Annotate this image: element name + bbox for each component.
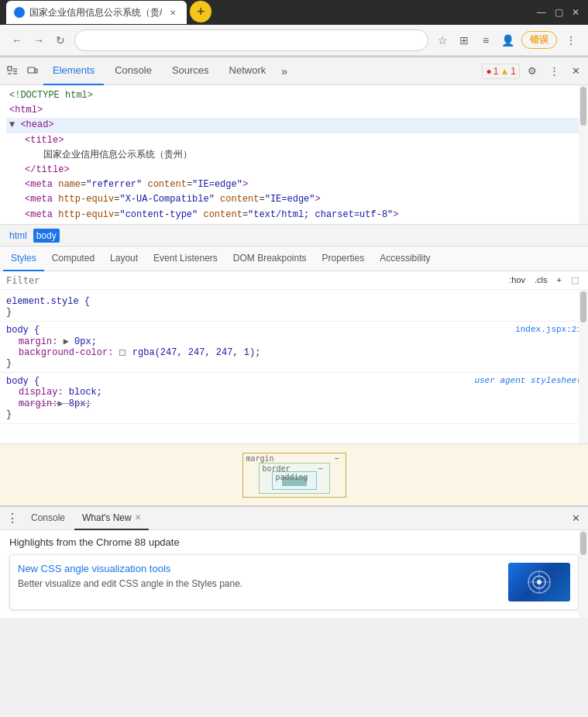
breadcrumb: html body (0, 225, 588, 246)
star-icon[interactable]: ☆ (435, 33, 450, 48)
browser-tab[interactable]: 国家企业信用信息公示系统（贵/ ✕ (6, 1, 187, 24)
css-source-link[interactable]: index.jspx:21 (515, 325, 582, 334)
browser-menu-icon[interactable]: ⋮ (563, 33, 579, 48)
more-tabs-button[interactable]: » (277, 64, 292, 79)
breadcrumb-html[interactable]: html (6, 229, 30, 243)
css-rule-body-2: body { user agent stylesheet display: bl… (0, 373, 588, 424)
expand-rules-button[interactable]: ⬚ (568, 274, 582, 286)
hov-filter-button[interactable]: :hov (506, 274, 528, 286)
news-card-link[interactable]: New CSS angle visualization tools (18, 563, 500, 574)
tab-properties[interactable]: Properties (315, 246, 373, 271)
cls-filter-button[interactable]: .cls (531, 274, 551, 286)
svg-rect-6 (35, 69, 37, 73)
forward-icon[interactable]: → (31, 33, 46, 48)
back-icon[interactable]: ← (9, 33, 25, 48)
bottom-tabbar: ⋮ Console What's New ✕ ✕ (0, 507, 588, 530)
box-padding: padding (272, 471, 317, 490)
inspect-element-button[interactable] (3, 62, 22, 81)
tab-network[interactable]: Network (220, 57, 276, 85)
breadcrumb-body[interactable]: body (33, 229, 60, 243)
svg-point-11 (537, 580, 542, 584)
bottom-panel-close-button[interactable]: ✕ (566, 509, 585, 528)
svg-rect-5 (28, 67, 35, 73)
css-rule-element-style: element.style { } (0, 293, 588, 322)
box-margin: margin − border − padding (242, 453, 346, 498)
menu-icon[interactable]: ≡ (478, 33, 493, 48)
bottom-scrollbar[interactable] (579, 530, 588, 618)
bottom-content: Highlights from the Chrome 88 update New… (0, 530, 588, 618)
devtools-panel: Elements Console Sources Network » ● 1 ▲… (0, 56, 588, 505)
new-tab-button[interactable]: + (190, 1, 211, 22)
styles-panel: Styles Computed Layout Event Listeners D… (0, 246, 588, 505)
error-icon: ● (486, 66, 491, 77)
dom-line: <meta http-equiv="X-UA-Compatible" conte… (6, 192, 582, 207)
error-badge[interactable]: 错误 (521, 31, 557, 49)
tab-whats-new[interactable]: What's New ✕ (74, 507, 149, 530)
window-controls: — ▢ ✕ (535, 6, 582, 19)
warn-icon: ▲ (500, 66, 509, 77)
close-button[interactable]: ✕ (569, 6, 582, 19)
dom-scrollbar[interactable] (579, 85, 588, 224)
devtools-close-button[interactable]: ✕ (566, 62, 585, 81)
filter-actions: :hov .cls + ⬚ (506, 274, 582, 286)
tab-title: 国家企业信用信息公示系统（贵/ (29, 6, 162, 19)
tab-favicon (14, 7, 25, 18)
css-scrollbar[interactable] (579, 290, 588, 443)
css-scrollbar-thumb[interactable] (580, 291, 586, 322)
padding-label: padding (276, 473, 308, 481)
tab-dom-breakpoints[interactable]: DOM Breakpoints (225, 246, 315, 271)
margin-label: margin (246, 454, 274, 463)
border-value: − (318, 464, 322, 473)
dom-line: <html> (6, 103, 582, 118)
dom-scrollbar-thumb[interactable] (580, 87, 586, 126)
filter-input[interactable] (6, 275, 501, 286)
extensions-icon[interactable]: ⊞ (456, 33, 472, 48)
address-bar: ← → ↻ ☆ ⊞ ≡ 👤 错误 ⋮ (0, 25, 588, 56)
news-card-description: Better visualize and edit CSS angle in t… (18, 578, 242, 589)
tab-elements[interactable]: Elements (43, 57, 104, 85)
dom-line: <meta http-equiv="content-type" content=… (6, 208, 582, 222)
add-style-button[interactable]: + (554, 274, 565, 286)
refresh-icon[interactable]: ↻ (53, 33, 68, 48)
tab-computed[interactable]: Computed (44, 246, 102, 271)
css-source-ua: user agent stylesheet (474, 376, 582, 385)
dom-line: 国家企业信用信息公示系统（贵州） (6, 148, 582, 163)
filter-bar: :hov .cls + ⬚ (0, 271, 588, 290)
tab-event-listeners[interactable]: Event Listeners (146, 246, 225, 271)
device-toggle-button[interactable] (23, 62, 42, 81)
dom-line: ▼ <head> (6, 118, 582, 133)
user-icon[interactable]: 👤 (500, 33, 515, 48)
news-card-thumbnail (508, 563, 570, 602)
error-count-badge[interactable]: ● 1 ▲ 1 (482, 64, 520, 79)
bottom-panel: ⋮ Console What's New ✕ ✕ Highlights from… (0, 505, 588, 618)
dom-line: </title> (6, 163, 582, 178)
devtools-more-button[interactable]: ⋮ (545, 62, 563, 81)
devtools-settings-button[interactable]: ⚙ (523, 62, 542, 81)
bottom-scrollbar-thumb[interactable] (580, 532, 586, 555)
svg-rect-0 (8, 67, 12, 71)
styles-tabbar: Styles Computed Layout Event Listeners D… (0, 246, 588, 271)
devtools-tabbar: Elements Console Sources Network » ● 1 ▲… (0, 57, 588, 85)
bottom-panel-menu[interactable]: ⋮ (3, 509, 22, 528)
titlebar: 国家企业信用信息公示系统（贵/ ✕ + — ▢ ✕ (0, 0, 588, 25)
minimize-button[interactable]: — (535, 6, 548, 19)
maximize-button[interactable]: ▢ (552, 6, 565, 19)
tab-console[interactable]: Console (105, 57, 161, 85)
news-card: New CSS angle visualization tools Better… (9, 554, 579, 610)
tab-styles[interactable]: Styles (3, 246, 44, 271)
url-input[interactable] (74, 29, 428, 51)
tab-accessibility[interactable]: Accessibility (372, 246, 438, 271)
box-border: border − padding (259, 463, 330, 494)
dom-panel[interactable]: <!DOCTYPE html> <html> ▼ <head> <title> … (0, 85, 588, 225)
tab-sources[interactable]: Sources (163, 57, 218, 85)
whats-new-close-icon[interactable]: ✕ (135, 513, 141, 522)
dom-line: <title> (6, 133, 582, 148)
color-swatch (119, 350, 126, 356)
dom-line: <!DOCTYPE html> (6, 88, 582, 103)
tab-close-icon[interactable]: ✕ (167, 6, 179, 19)
devtools-topbar-right: ● 1 ▲ 1 ⚙ ⋮ ✕ (482, 62, 585, 81)
css-rules[interactable]: element.style { } body { index.jspx:21 m… (0, 290, 588, 443)
tab-layout[interactable]: Layout (102, 246, 146, 271)
tab-console-bottom[interactable]: Console (23, 507, 73, 530)
tab-bar: 国家企业信用信息公示系统（贵/ ✕ + (6, 0, 529, 25)
